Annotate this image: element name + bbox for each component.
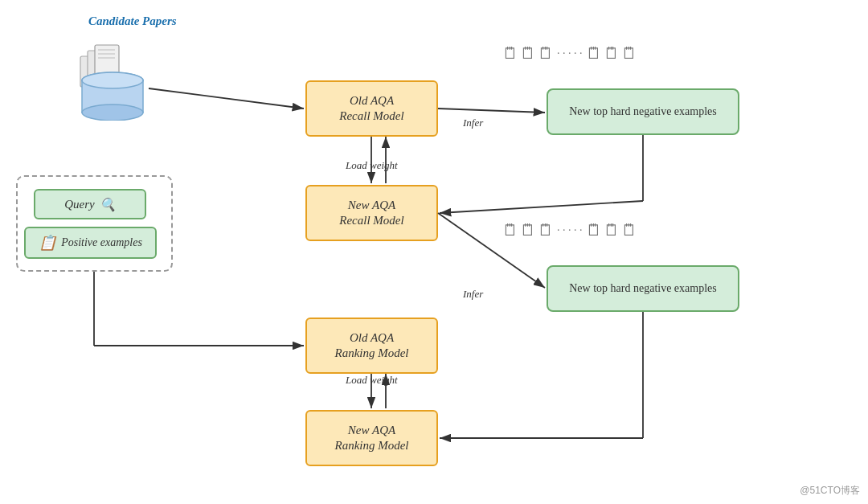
load-weight-label-1: Load weight	[346, 159, 398, 172]
result-top-label: New top hard negative examples	[569, 104, 717, 119]
svg-point-9	[82, 72, 143, 88]
new-recall-model-box: New AQARecall Model	[305, 185, 438, 241]
doc-icon-2: 🗒	[520, 44, 536, 63]
svg-line-12	[149, 88, 304, 109]
infer-label-1: Infer	[463, 117, 483, 129]
doc-icon-1: 🗒	[502, 44, 518, 63]
doc-icon-3: 🗒	[538, 44, 554, 63]
svg-line-13	[438, 109, 545, 113]
doc-icon-b2: 🗒	[520, 221, 536, 240]
svg-point-8	[82, 104, 143, 121]
doc-icon-5: 🗒	[604, 44, 620, 63]
dots-top: · · · · ·	[557, 47, 583, 60]
doc-icon-b4: 🗒	[586, 221, 602, 240]
result-bottom-label: New top hard negative examples	[569, 281, 717, 296]
result-bottom-box: New top hard negative examples	[547, 265, 739, 312]
old-ranking-label: Old AQARanking Model	[334, 330, 408, 362]
old-recall-model-box: Old AQARecall Model	[305, 80, 438, 137]
svg-line-18	[440, 201, 643, 213]
query-box: Query 🔍	[34, 189, 146, 219]
infer-label-2: Infer	[463, 288, 483, 301]
diagram-container: Candidate Papers Query 🔍 📋 Positive exam…	[0, 0, 868, 504]
doc-icon-b5: 🗒	[604, 221, 620, 240]
positive-label: Positive examples	[61, 236, 142, 249]
positive-examples-box: 📋 Positive examples	[24, 227, 157, 259]
old-recall-label: Old AQARecall Model	[339, 93, 403, 125]
new-ranking-model-box: New AQARanking Model	[305, 410, 438, 466]
database-icon	[76, 32, 149, 121]
result-top-box: New top hard negative examples	[547, 88, 739, 135]
search-icon: 🔍	[100, 197, 116, 212]
documents-bottom-group: 🗒 🗒 🗒 · · · · · 🗒 🗒 🗒	[502, 221, 637, 240]
book-icon: 📋	[39, 234, 56, 252]
doc-icon-6: 🗒	[621, 44, 637, 63]
documents-top-group: 🗒 🗒 🗒 · · · · · 🗒 🗒 🗒	[502, 44, 637, 63]
doc-icon-4: 🗒	[586, 44, 602, 63]
doc-icon-b1: 🗒	[502, 221, 518, 240]
doc-icon-b3: 🗒	[538, 221, 554, 240]
dots-bottom: · · · · ·	[557, 224, 583, 237]
doc-icon-b6: 🗒	[621, 221, 637, 240]
query-label: Query	[64, 198, 95, 211]
candidate-papers-label: Candidate Papers	[88, 14, 177, 28]
new-recall-label: New AQARecall Model	[339, 198, 403, 229]
new-ranking-label: New AQARanking Model	[334, 423, 408, 454]
old-ranking-model-box: Old AQARanking Model	[305, 318, 438, 374]
load-weight-label-2: Load weight	[346, 374, 398, 387]
watermark: @51CTO博客	[800, 484, 860, 498]
